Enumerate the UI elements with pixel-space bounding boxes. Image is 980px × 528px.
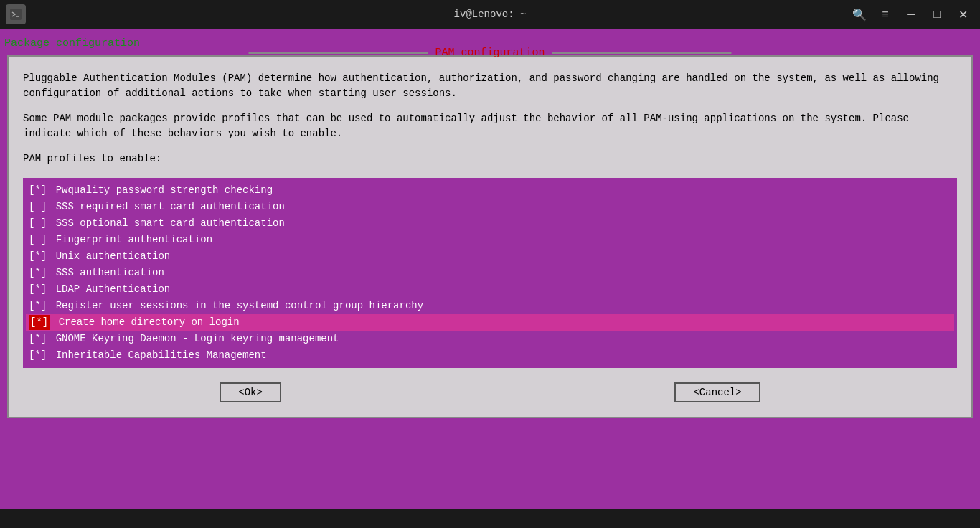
dialog-buttons-row: <Ok> <Cancel> [23, 382, 957, 402]
titlebar-left [6, 4, 26, 24]
list-item[interactable]: [ ] Fingerprint authentication [26, 232, 954, 248]
list-item[interactable]: [*] GNOME Keyring Daemon - Login keyring… [26, 331, 954, 347]
terminal-icon [6, 4, 26, 24]
window-title: iv@Lenovo: ~ [454, 9, 527, 20]
dialog-body: Pluggable Authentication Modules (PAM) d… [23, 71, 957, 166]
title-line-left [248, 52, 428, 54]
list-item[interactable]: [ ] SSS optional smart card authenticati… [26, 215, 954, 232]
cancel-button[interactable]: <Cancel> [674, 382, 760, 402]
dialog-title: PAM configuration [428, 47, 552, 59]
ok-button[interactable]: <Ok> [220, 382, 281, 402]
checkbox-gnome-keyring: [*] [29, 331, 47, 346]
item-label-gnome-keyring: GNOME Keyring Daemon - Login keyring man… [56, 333, 339, 344]
profiles-listbox[interactable]: [*] Pwquality password strength checking… [23, 178, 957, 368]
maximize-button[interactable]: □ [925, 3, 948, 26]
bottom-bar [0, 509, 980, 528]
item-label-sss-optional: SSS optional smart card authentication [56, 217, 285, 229]
pam-configuration-dialog: PAM configuration Pluggable Authenticati… [7, 55, 973, 418]
item-label-sss-required: SSS required smart card authentication [56, 201, 285, 212]
item-label-fingerprint: Fingerprint authentication [56, 234, 212, 245]
checkbox-unix: [*] [29, 249, 47, 264]
menu-button[interactable]: ≡ [874, 3, 897, 26]
checkbox-ldap: [*] [29, 282, 47, 297]
dialog-title-bar: PAM configuration [248, 47, 731, 59]
search-button[interactable]: 🔍 [848, 3, 871, 26]
titlebar: iv@Lenovo: ~ 🔍 ≡ ─ □ ✕ [0, 0, 980, 29]
item-label-pwquality: Pwquality password strength checking [56, 184, 273, 196]
list-item[interactable]: [*] LDAP Authentication [26, 281, 954, 298]
checkbox-fingerprint: [ ] [29, 232, 47, 248]
item-label-sss-auth: SSS authentication [56, 267, 164, 278]
checkbox-systemd: [*] [29, 298, 47, 314]
checkbox-pwquality: [*] [29, 183, 47, 198]
list-item[interactable]: [*] Pwquality password strength checking [26, 182, 954, 199]
checkbox-home-dir: [*] [29, 315, 50, 330]
close-button[interactable]: ✕ [951, 3, 974, 26]
paragraph2: Some PAM module packages provide profile… [23, 111, 957, 141]
checkbox-sss-optional: [ ] [29, 216, 47, 231]
checkbox-inheritable: [*] [29, 348, 47, 363]
item-label-ldap: LDAP Authentication [56, 283, 171, 295]
checkbox-sss-auth: [*] [29, 265, 47, 280]
profiles-label: PAM profiles to enable: [23, 151, 957, 166]
checkbox-sss-required: [ ] [29, 199, 47, 214]
item-label-home-dir: Create home directory on login [59, 316, 240, 328]
list-item[interactable]: [ ] SSS required smart card authenticati… [26, 199, 954, 215]
item-label-inheritable: Inheritable Capabilities Management [56, 349, 267, 361]
list-item[interactable]: [*] SSS authentication [26, 265, 954, 281]
terminal-background: Package configuration PAM configuration … [0, 29, 980, 528]
item-label-unix: Unix authentication [56, 250, 171, 262]
title-line-right [552, 52, 732, 54]
list-item-selected[interactable]: [*] Create home directory on login [26, 314, 954, 331]
titlebar-buttons: 🔍 ≡ ─ □ ✕ [848, 3, 974, 26]
paragraph1: Pluggable Authentication Modules (PAM) d… [23, 71, 957, 101]
list-item[interactable]: [*] Inheritable Capabilities Management [26, 347, 954, 364]
minimize-button[interactable]: ─ [900, 3, 923, 26]
list-item[interactable]: [*] Unix authentication [26, 248, 954, 265]
list-item[interactable]: [*] Register user sessions in the system… [26, 298, 954, 314]
item-label-systemd: Register user sessions in the systemd co… [56, 300, 423, 311]
